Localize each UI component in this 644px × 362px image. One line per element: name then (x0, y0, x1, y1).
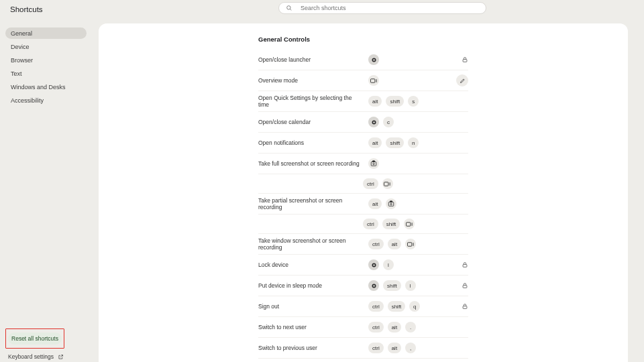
shortcut-keys (368, 154, 443, 173)
svg-point-22 (373, 264, 374, 265)
shortcut-row: Switch to next userctrlalt. (258, 317, 468, 338)
open-in-new-icon (58, 354, 64, 360)
overview-icon (368, 75, 379, 86)
shortcut-row: Take window screenshot or screen recordi… (258, 234, 468, 255)
launcher-icon (368, 280, 379, 291)
search-input[interactable] (299, 4, 479, 12)
key-shift: shift (388, 301, 406, 312)
shortcut-keys: shiftl (368, 276, 443, 295)
screenshot-icon (386, 198, 396, 209)
shortcut-keys: ctrlalt, (368, 339, 443, 357)
key-alt: alt (368, 137, 382, 148)
key-shift: shift (382, 219, 400, 229)
sidebar-item-text[interactable]: Text (5, 68, 87, 79)
svg-point-11 (373, 163, 375, 165)
shortcut-row: Take partial screenshot or screen record… (258, 194, 468, 215)
svg-point-16 (390, 203, 392, 205)
shortcut-row: Open/close launcher (258, 50, 468, 70)
key-alt: alt (388, 239, 401, 249)
lock-icon (448, 56, 468, 63)
shortcut-keys (368, 71, 443, 90)
key-alt: alt (388, 322, 401, 333)
svg-line-1 (290, 9, 291, 10)
shortcut-label: Take partial screenshot or screen record… (258, 197, 363, 210)
key-ctrl: ctrl (368, 322, 384, 333)
shortcut-keys (368, 50, 443, 69)
key-q: q (409, 301, 420, 312)
screenshot-icon (368, 158, 379, 169)
search-icon (286, 5, 292, 11)
shortcut-row: Overview mode (258, 70, 468, 91)
key-ctrl: ctrl (368, 343, 384, 353)
shortcut-label: Overview mode (258, 77, 363, 84)
key-shift: shift (383, 280, 401, 291)
sidebar: GeneralDeviceBrowserTextWindows and Desk… (0, 19, 92, 362)
shortcut-row: Sign outctrlshiftq (258, 296, 468, 317)
key-ctrl: ctrl (368, 239, 384, 249)
shortcut-keys: ctrlalt (368, 235, 443, 253)
shortcut-row: Open/close calendar c (258, 112, 468, 133)
shortcut-keys: alt (368, 194, 443, 213)
key-l: l (405, 280, 416, 291)
svg-rect-26 (463, 286, 467, 288)
key-alt: alt (388, 343, 401, 353)
overview-icon (382, 178, 393, 189)
shortcut-keys: ctrlshiftq (368, 297, 443, 316)
key-n: n (408, 137, 419, 148)
svg-rect-9 (371, 162, 376, 166)
lock-icon (448, 282, 468, 289)
svg-rect-10 (372, 161, 374, 162)
key-ctrl: ctrl (363, 178, 378, 189)
search-bar[interactable] (278, 2, 486, 14)
shortcut-label: Sign out (258, 303, 363, 310)
shortcut-row: ctrl (258, 174, 468, 194)
key-ctrl: ctrl (368, 301, 384, 312)
shortcut-keys: altshifts (368, 92, 443, 111)
svg-rect-15 (390, 201, 392, 202)
key-l: l (383, 259, 394, 270)
launcher-icon (368, 259, 379, 270)
svg-rect-5 (370, 78, 374, 82)
overview-icon (405, 239, 416, 249)
key-shift: shift (386, 96, 404, 107)
sidebar-item-windows-and-desks[interactable]: Windows and Desks (5, 81, 87, 93)
key-shift: shift (386, 137, 404, 148)
shortcut-keys: ctrl (363, 174, 468, 193)
reset-all-shortcuts-button[interactable]: Reset all shortcuts (8, 333, 62, 345)
sidebar-item-general[interactable]: General (5, 27, 87, 39)
shortcut-row: Open notificationsaltshiftn (258, 133, 468, 154)
svg-rect-27 (463, 306, 467, 309)
keyboard-settings-link[interactable]: Keyboard settings (5, 351, 87, 362)
overview-icon (404, 219, 415, 229)
shortcut-keys: ctrlalt. (368, 318, 443, 337)
svg-point-0 (287, 6, 290, 9)
svg-rect-23 (463, 265, 467, 267)
sidebar-item-device[interactable]: Device (5, 41, 87, 52)
sidebar-item-browser[interactable]: Browser (5, 54, 87, 66)
shortcut-label: Lock device (258, 261, 363, 268)
shortcut-keys: altshiftn (368, 133, 443, 152)
sidebar-item-accessibility[interactable]: Accessibility (5, 95, 87, 106)
shortcut-label: Open Quick Settings by selecting the tim… (258, 95, 363, 108)
key-s: s (408, 96, 419, 107)
shortcut-keys: l (368, 255, 443, 274)
shortcut-row: Take full screenshot or screen recording (258, 154, 468, 174)
svg-point-3 (373, 59, 374, 60)
key-ctrl: ctrl (363, 219, 378, 229)
shortcut-label: Switch to previous user (258, 345, 363, 351)
content-card: General Controls Open/close launcher Ove… (99, 23, 628, 362)
shortcut-row: Lock device l (258, 255, 468, 276)
shortcut-keys: ctrlshift (363, 215, 468, 233)
edit-shortcut-button[interactable] (456, 74, 468, 86)
key-c: c (383, 117, 394, 127)
shortcut-row: Put device in sleep mode shiftl (258, 276, 468, 296)
shortcut-keys: c (368, 113, 443, 131)
reset-highlight: Reset all shortcuts (5, 328, 64, 349)
key-alt: alt (368, 198, 382, 209)
shortcut-row: Open Quick Settings by selecting the tim… (258, 91, 468, 112)
shortcut-label: Open notifications (258, 139, 363, 146)
svg-rect-12 (384, 182, 388, 186)
lock-icon (448, 303, 468, 310)
keyboard-settings-label: Keyboard settings (8, 353, 54, 360)
shortcut-label: Open/close launcher (258, 56, 363, 63)
